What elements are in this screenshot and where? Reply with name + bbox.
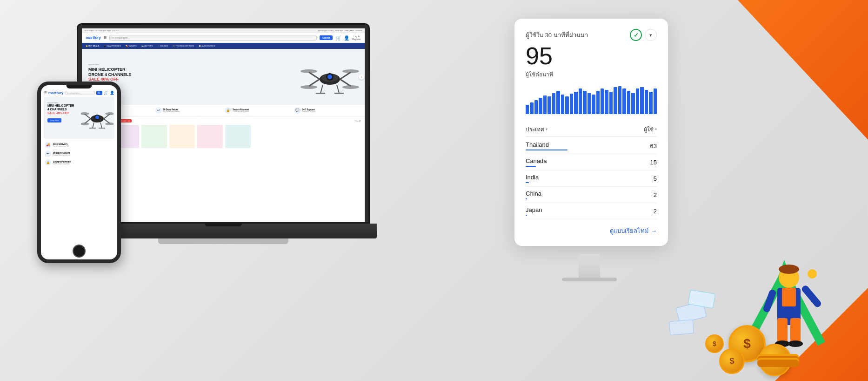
phone-features: 🚚 Free Delivery For all orders over $99 … <box>44 142 114 166</box>
phone-device: ☰ martfury I'm shopping for... 🔍 🛒 👤 Spe… <box>37 82 121 263</box>
screen-menu: ⭐ HOT DEALS 📱 SMARTPHONES 💊 TABLETS 💻 LA… <box>82 43 365 49</box>
menu-tablets: 💊 TABLETS <box>126 45 137 47</box>
illustration-area: $ $ $ $ <box>659 195 868 381</box>
bar <box>539 98 542 114</box>
view-all-link[interactable]: View All <box>354 120 361 122</box>
hero-title: MINI HELICOPTER DRONE 4 CHANNELS SALE 40… <box>88 67 132 82</box>
card-header: ผู้ใช้ใน 30 นาทีที่ผ่านมา ✓ ▾ <box>526 29 657 41</box>
table-row: China 2 <box>526 187 657 203</box>
bar <box>622 88 626 114</box>
bar <box>583 91 586 114</box>
col-country: ประเทศ ▾ <box>526 125 548 134</box>
laptop-screen: SHOPPING CENTER (68) 9446-123-456 TH/EN … <box>82 28 365 222</box>
features-row: 🚚 Free Delivery For all orders over $99 … <box>82 105 365 116</box>
laptop-device: SHOPPING CENTER (68) 9446-123-456 TH/EN … <box>77 23 379 256</box>
view-realtime-link[interactable]: ดูแบบเรียลไทม์ → <box>610 227 657 234</box>
support-title: 24/7 Support <box>302 109 315 111</box>
bar <box>654 88 657 114</box>
menu-hot-deals: ⭐ HOT DEALS <box>86 45 99 47</box>
svg-point-24 <box>105 112 114 115</box>
menu-accessories: ⌚ ACCESSORIES <box>199 45 215 47</box>
svg-line-13 <box>337 85 339 93</box>
screen-hero: Special Offer MINI HELICOPTER DRONE 4 CH… <box>82 49 365 105</box>
svg-line-7 <box>340 79 351 86</box>
return-icon: ↩ <box>155 107 162 114</box>
svg-point-11 <box>342 85 359 89</box>
svg-rect-37 <box>801 284 821 308</box>
row-country: China <box>526 190 541 199</box>
row-count: 2 <box>654 191 657 198</box>
orange-top-right-decoration <box>738 0 868 140</box>
svg-point-10 <box>300 85 317 89</box>
svg-line-4 <box>309 72 320 79</box>
menu-sounds: 🎵 SOUNDS <box>157 45 168 47</box>
svg-point-42 <box>788 340 803 347</box>
bar <box>556 91 560 114</box>
phone-body: ☰ martfury I'm shopping for... 🔍 🛒 👤 Spe… <box>37 82 121 263</box>
bar <box>614 87 617 114</box>
bar <box>649 92 652 114</box>
search-button[interactable]: Search <box>320 35 333 40</box>
svg-rect-40 <box>782 288 796 306</box>
svg-line-27 <box>93 122 94 128</box>
row-count: 63 <box>650 143 657 150</box>
bar <box>631 93 634 114</box>
svg-point-9 <box>342 69 359 73</box>
svg-point-3 <box>327 75 332 79</box>
table-row: Canada 15 <box>526 154 657 170</box>
phone-cart: 🛒 <box>104 91 108 95</box>
svg-rect-33 <box>777 318 788 344</box>
bar <box>596 91 600 114</box>
phone-feature-return: ↩ 90 Days Return If goods have problems <box>45 150 114 157</box>
bar <box>601 88 604 114</box>
svg-point-25 <box>81 122 89 125</box>
phone-camera-notch <box>67 85 92 88</box>
phone-feature-delivery: 🚚 Free Delivery For all orders over $99 <box>45 142 114 148</box>
screen-logo: martfury <box>86 35 101 40</box>
phone-delivery-icon: 🚚 <box>45 142 51 148</box>
money-note-3 <box>669 320 694 335</box>
analytics-stand <box>579 254 600 279</box>
bar <box>579 88 582 114</box>
big-number: 95 <box>526 44 657 68</box>
analytics-card: ผู้ใช้ใน 30 นาทีที่ผ่านมา ✓ ▾ 95 ผู้ใช้ต… <box>514 19 668 246</box>
menu-tech-toys: 🎮 TECHNOLOGY TOYS <box>173 45 194 47</box>
user-icon: 👤 <box>344 35 349 41</box>
hero-next-btn[interactable]: › <box>359 74 364 80</box>
svg-rect-39 <box>762 289 777 313</box>
card-title: ผู้ใช้ใน 30 นาทีที่ผ่านมา <box>526 30 588 40</box>
deals-header: Deals Of The Day Ends In: 12 : 43 : 12 V… <box>86 119 361 122</box>
country-chevron: ▾ <box>546 127 548 131</box>
special-offer-label: Special Offer <box>88 63 132 66</box>
phone-payment-sub: 100% secure payment <box>53 163 71 165</box>
menu-laptops: 💻 LAPTOPS <box>141 45 153 47</box>
laptop-stand-surface <box>158 238 288 244</box>
svg-point-23 <box>81 112 89 115</box>
row-count: 5 <box>654 175 657 182</box>
search-bar: I'm shopping for... <box>109 35 317 41</box>
phone-user: 👤 <box>110 91 114 95</box>
payment-icon: 🔒 <box>225 107 231 114</box>
phone-shop-btn[interactable]: Shop Now <box>47 118 61 122</box>
dropdown-button[interactable]: ▾ <box>645 29 657 41</box>
phone-search-btn[interactable]: 🔍 <box>96 91 102 95</box>
phone-return-icon: ↩ <box>45 150 51 157</box>
feature-support: 💬 24/7 Support Dedicated support <box>294 107 361 114</box>
users-per-minute-label: ผู้ใช้ต่อนาที <box>526 70 657 79</box>
drone-illustration <box>300 51 360 105</box>
users-chevron: ▾ <box>655 127 657 131</box>
bar-chart <box>526 85 657 114</box>
bar <box>640 87 643 114</box>
svg-rect-34 <box>790 318 801 344</box>
hamburger-icon: ☰ <box>104 36 107 40</box>
locale-info: TH/EN | US Dollar | Track Your Order | M… <box>318 29 362 32</box>
deal-item-6 <box>225 125 251 148</box>
analytics-stand-base <box>562 278 617 281</box>
bar <box>609 92 613 114</box>
deal-item-3 <box>141 125 167 148</box>
bar <box>561 95 564 114</box>
card-controls: ✓ ▾ <box>630 29 657 41</box>
phone-home-button <box>73 245 86 258</box>
phone-drone <box>81 98 114 137</box>
phone-logo: martfury <box>48 91 63 95</box>
